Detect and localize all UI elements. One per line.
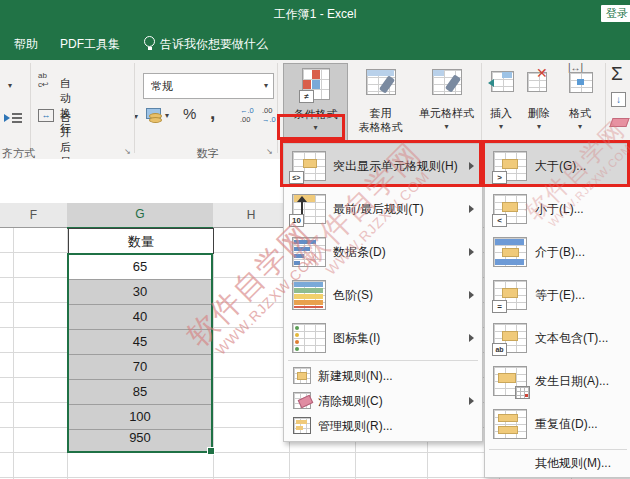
conditional-formatting-menu: ≤> 突出显示单元格规则(H) 10 最前/最后规则(T) 数据条(D)	[283, 143, 483, 442]
new-rule-icon	[293, 367, 311, 384]
tab-pdf-tools[interactable]: PDF工具集	[60, 36, 120, 53]
color-scales-icon	[292, 280, 326, 310]
menu-item-label: 数据条(D)	[333, 243, 386, 260]
menu-item-label: 管理规则(R)...	[318, 417, 393, 434]
conditional-formatting-icon: ≠	[302, 68, 330, 100]
annotation-box-greater-than	[482, 140, 630, 187]
less-than-icon: <	[493, 194, 527, 224]
chevron-down-icon: ▾	[165, 112, 169, 120]
submenu-item-more-rules[interactable]: 其他规则(M)...	[485, 452, 630, 474]
menu-item-icon-sets[interactable]: 图标集(I)	[284, 316, 482, 359]
cell-styles-icon	[432, 69, 462, 95]
accounting-format-button[interactable]: ▾	[146, 107, 170, 125]
menu-item-label: 最前/最后规则(T)	[333, 200, 424, 217]
submenu-arrow-icon	[469, 397, 474, 405]
insert-cells-button[interactable]: 插入 ▾	[484, 63, 518, 140]
comma-style-button[interactable]: ,	[210, 102, 215, 124]
cell-styles-button[interactable]: 单元格样式 ▾	[414, 63, 479, 140]
format-as-table-icon	[366, 69, 396, 95]
cell[interactable]: 40	[69, 305, 211, 330]
lightbulb-icon	[144, 36, 155, 47]
annotation-box-dropdown-arrow	[277, 114, 345, 140]
autosum-button[interactable]: Σ	[611, 63, 623, 85]
increase-decimal-button[interactable]: ←.0.00	[240, 106, 254, 124]
sign-in-button[interactable]: 登录	[601, 5, 630, 22]
delete-cells-button[interactable]: ✕ 删除 ▾	[522, 63, 556, 140]
cell-g-quantity-header[interactable]: 数量	[68, 228, 214, 254]
delete-x-glyph: ✕	[536, 65, 548, 81]
icon-sets-icon	[292, 323, 326, 353]
submenu-item-label: 等于(E)...	[535, 286, 585, 303]
decrease-decimal-button[interactable]: .00→.0	[262, 106, 276, 124]
increase-indent-icon[interactable]	[4, 112, 22, 124]
fill-handle[interactable]	[207, 447, 215, 455]
chevron-down-icon: ▾	[522, 123, 556, 131]
duplicate-values-icon	[493, 409, 527, 439]
cell[interactable]: 950	[69, 426, 211, 450]
chevron-down-icon: ▾	[560, 123, 600, 131]
column-header-h[interactable]: H	[213, 203, 290, 228]
number-format-combobox[interactable]: 常规 ▾	[143, 73, 274, 99]
menu-item-label: 色阶(S)	[333, 286, 373, 303]
ribbon-tab-row: 帮助 PDF工具集 告诉我你想要做什么	[0, 27, 630, 60]
menu-item-color-scales[interactable]: 色阶(S)	[284, 273, 482, 316]
submenu-item-less-than[interactable]: < 小于(L)...	[485, 187, 630, 230]
chevron-down-icon: ▾	[414, 123, 479, 131]
chevron-down-icon: ▾	[264, 82, 268, 90]
data-bars-icon	[292, 237, 326, 267]
clear-rules-icon	[293, 392, 311, 409]
menu-item-label: 清除规则(C)	[318, 392, 383, 409]
format-as-table-label: 套用	[349, 106, 412, 121]
chevron-down-icon: ▾	[484, 123, 518, 131]
submenu-item-text-contains[interactable]: ab 文本包含(T)...	[485, 316, 630, 359]
active-cell[interactable]: 65	[69, 255, 211, 280]
annotation-box-highlight-rules	[280, 140, 482, 187]
selected-range[interactable]: 65 30 40 45 70 85 100 950	[67, 253, 213, 453]
cell[interactable]: 45	[69, 330, 211, 355]
submenu-item-label: 介于(B)...	[535, 243, 585, 260]
column-header-f[interactable]: F	[0, 203, 68, 228]
submenu-item-between[interactable]: 介于(B)...	[485, 230, 630, 273]
equal-to-icon: =	[493, 280, 527, 310]
menu-item-clear-rules[interactable]: 清除规则(C)	[284, 388, 482, 413]
format-as-table-button[interactable]: 套用 表格格式	[349, 63, 412, 140]
alignment-dialog-launcher-icon[interactable]: ↘	[124, 147, 131, 156]
text-contains-icon: ab	[493, 323, 527, 353]
cell[interactable]: 30	[69, 280, 211, 305]
delete-label: 删除	[522, 106, 556, 121]
submenu-item-label: 其他规则(M)...	[535, 455, 611, 472]
title-bar: 工作簿1 - Excel 登录	[0, 0, 630, 27]
menu-item-top-bottom-rules[interactable]: 10 最前/最后规则(T)	[284, 187, 482, 230]
merge-center-icon: ↔	[38, 109, 54, 122]
submenu-item-label: 发生日期(A)...	[535, 372, 609, 389]
calendar-badge-icon	[515, 386, 530, 399]
menu-item-new-rule[interactable]: 新建规则(N)...	[284, 363, 482, 388]
wrap-text-icon: abc↩	[38, 71, 49, 89]
top-bottom-rules-icon: 10	[292, 194, 326, 224]
submenu-item-date-occurring[interactable]: 发生日期(A)...	[485, 359, 630, 402]
chevron-down-icon[interactable]: ▾	[8, 82, 12, 90]
number-format-value: 常规	[151, 79, 173, 94]
submenu-item-duplicate-values[interactable]: 重复值(D)...	[485, 402, 630, 445]
window-title: 工作簿1 - Excel	[0, 6, 630, 23]
submenu-arrow-icon	[469, 291, 474, 299]
submenu-item-equal-to[interactable]: = 等于(E)...	[485, 273, 630, 316]
submenu-arrow-icon	[469, 334, 474, 342]
menu-item-label: 图标集(I)	[333, 329, 380, 346]
cell[interactable]: 70	[69, 355, 211, 380]
format-label: 格式	[560, 106, 600, 121]
cell[interactable]: 85	[69, 380, 211, 405]
tell-me-box[interactable]: 告诉我你想要做什么	[160, 36, 268, 53]
number-dialog-launcher-icon[interactable]: ↘	[266, 147, 273, 156]
menu-item-data-bars[interactable]: 数据条(D)	[284, 230, 482, 273]
percent-style-button[interactable]: %	[183, 105, 196, 122]
format-cells-button[interactable]: |↔| 格式 ▾	[560, 63, 600, 140]
tab-help[interactable]: 帮助	[14, 36, 38, 53]
column-header-g[interactable]: G	[67, 203, 214, 229]
clear-eraser-icon[interactable]	[609, 118, 629, 127]
highlight-cells-rules-submenu: > 大于(G)... < 小于(L)... 介于(B)... = 等于(	[484, 143, 630, 478]
fill-button[interactable]: ↓	[611, 92, 626, 107]
date-occurring-icon	[493, 366, 527, 396]
format-as-table-label2: 表格格式	[349, 120, 412, 135]
menu-item-manage-rules[interactable]: 管理规则(R)...	[284, 413, 482, 438]
